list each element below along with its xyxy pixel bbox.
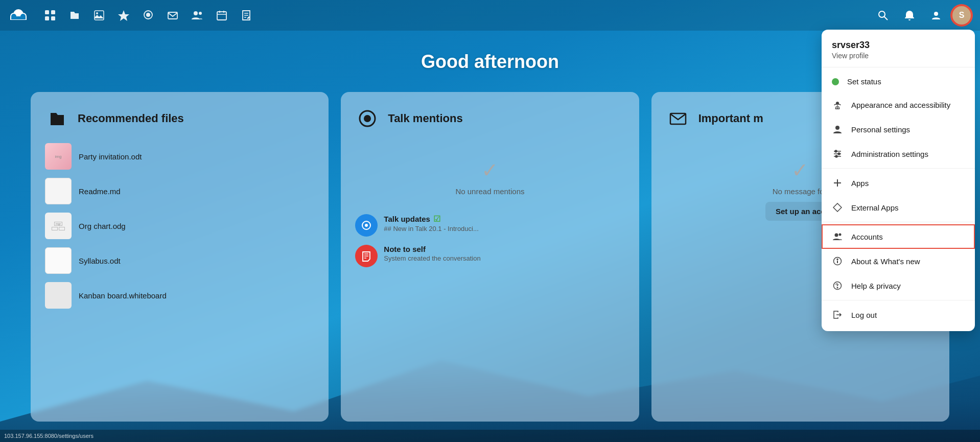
- nav-dashboard[interactable]: [39, 4, 61, 27]
- appearance-label: Appearance and accessibility: [851, 101, 950, 109]
- user-dropdown-menu: srvser33 View profile Set status Appeara…: [822, 30, 975, 331]
- nav-photos[interactable]: [88, 4, 110, 27]
- view-profile-link[interactable]: View profile: [832, 52, 965, 60]
- talk-avatar: [355, 214, 378, 237]
- file-thumbnail: [45, 282, 72, 309]
- talk-item-desc: ## New in Talk 20.1 - Introduci...: [384, 225, 478, 232]
- file-thumbnail: mgr: [45, 213, 72, 239]
- verified-icon: ☑: [433, 214, 440, 224]
- file-name: Party invitation.odt: [79, 152, 142, 161]
- svg-rect-9: [51, 10, 55, 14]
- check-icon: ✓: [355, 158, 624, 182]
- svg-rect-12: [95, 11, 104, 20]
- admin-settings-label: Administration settings: [851, 150, 928, 158]
- svg-point-16: [146, 13, 150, 17]
- about-item[interactable]: About & What's new: [822, 249, 975, 273]
- diamond-icon: [832, 202, 843, 213]
- svg-point-43: [835, 150, 837, 152]
- file-thumbnail: [45, 178, 72, 204]
- svg-line-28: [884, 17, 888, 20]
- file-thumbnail: [45, 247, 72, 274]
- nav-calendar[interactable]: [211, 4, 233, 27]
- talk-item-title: Talk updates ☑: [384, 214, 478, 224]
- svg-point-57: [837, 287, 838, 288]
- files-card-title: Recommended files: [78, 112, 184, 125]
- svg-rect-20: [217, 12, 226, 20]
- logout-label: Log out: [851, 311, 877, 319]
- about-label: About & What's new: [851, 257, 920, 266]
- nextcloud-logo[interactable]: [8, 5, 29, 26]
- svg-point-55: [837, 259, 838, 260]
- person-icon: [832, 124, 843, 135]
- menu-divider: [822, 168, 975, 169]
- nav-activity[interactable]: [112, 4, 135, 27]
- external-apps-label: External Apps: [851, 203, 899, 212]
- appearance-item[interactable]: Appearance and accessibility: [822, 92, 975, 117]
- help-item[interactable]: Help & privacy: [822, 273, 975, 298]
- apps-item[interactable]: Apps: [822, 171, 975, 195]
- admin-settings-item[interactable]: Administration settings: [822, 142, 975, 166]
- search-button[interactable]: [872, 4, 894, 27]
- topbar: S: [0, 0, 980, 31]
- nav-notes[interactable]: [235, 4, 258, 27]
- recommended-files-card: Recommended files img Party invitation.o…: [31, 92, 329, 422]
- list-item[interactable]: img Party invitation.odt: [45, 143, 314, 170]
- accounts-item[interactable]: Accounts →: [822, 224, 975, 249]
- talk-card-title: Talk mentions: [388, 112, 462, 125]
- svg-point-52: [839, 234, 842, 236]
- nav-files[interactable]: [63, 4, 86, 27]
- list-item[interactable]: Kanban board.whiteboard: [45, 282, 314, 309]
- set-status-item[interactable]: Set status: [822, 71, 975, 92]
- cards-area: Recommended files img Party invitation.o…: [31, 92, 949, 422]
- nav-talk[interactable]: [137, 4, 159, 27]
- svg-point-18: [194, 11, 198, 15]
- dropdown-username: srvser33: [832, 40, 965, 51]
- no-mentions-section: ✓ No unread mentions: [355, 143, 624, 206]
- list-item[interactable]: Talk updates ☑ ## New in Talk 20.1 - Int…: [355, 214, 624, 237]
- dropdown-header: srvser33 View profile: [822, 30, 975, 67]
- talk-card-icon: [355, 106, 380, 131]
- menu-divider: [822, 300, 975, 300]
- logout-icon: [832, 309, 843, 320]
- nav-mail[interactable]: [161, 4, 184, 27]
- svg-point-27: [879, 11, 885, 17]
- accounts-label: Accounts: [851, 232, 883, 241]
- contacts-menu-button[interactable]: [925, 4, 947, 27]
- apps-label: Apps: [851, 179, 869, 188]
- notifications-button[interactable]: [898, 4, 921, 27]
- svg-rect-10: [45, 16, 49, 20]
- logout-item[interactable]: Log out: [822, 303, 975, 327]
- talk-item-desc: System created the conversation: [384, 254, 480, 262]
- svg-rect-17: [168, 12, 177, 19]
- svg-point-13: [96, 12, 98, 14]
- file-name: Readme.md: [79, 187, 121, 196]
- mail-card-title: Important m: [698, 112, 763, 125]
- svg-marker-14: [118, 10, 129, 21]
- file-thumbnail: img: [45, 143, 72, 170]
- user-avatar-button[interactable]: S: [951, 5, 972, 26]
- svg-rect-8: [45, 10, 49, 14]
- external-apps-item[interactable]: External Apps: [822, 195, 975, 220]
- status-dot-icon: [832, 78, 839, 85]
- card-header: Talk mentions: [355, 106, 624, 131]
- info-icon: [832, 255, 843, 267]
- svg-point-33: [365, 224, 368, 227]
- list-item[interactable]: Note to self System created the conversa…: [355, 245, 624, 267]
- svg-marker-50: [833, 203, 842, 212]
- svg-point-47: [835, 155, 837, 157]
- no-mentions-text: No unread mentions: [355, 187, 624, 196]
- topbar-right: S: [872, 4, 972, 27]
- list-item[interactable]: mgr Org chart.odg: [45, 213, 314, 239]
- nav-contacts[interactable]: [186, 4, 208, 27]
- svg-point-51: [835, 234, 838, 237]
- question-icon: [832, 280, 843, 291]
- appearance-icon: [832, 99, 843, 110]
- help-label: Help & privacy: [851, 282, 901, 290]
- talk-avatar: [355, 245, 378, 267]
- card-header: Recommended files: [45, 106, 314, 131]
- list-item[interactable]: Syllabus.odt: [45, 247, 314, 274]
- personal-settings-item[interactable]: Personal settings: [822, 117, 975, 142]
- list-item[interactable]: Readme.md: [45, 178, 314, 204]
- person-group-icon: [832, 231, 843, 242]
- files-card-icon: [45, 106, 69, 131]
